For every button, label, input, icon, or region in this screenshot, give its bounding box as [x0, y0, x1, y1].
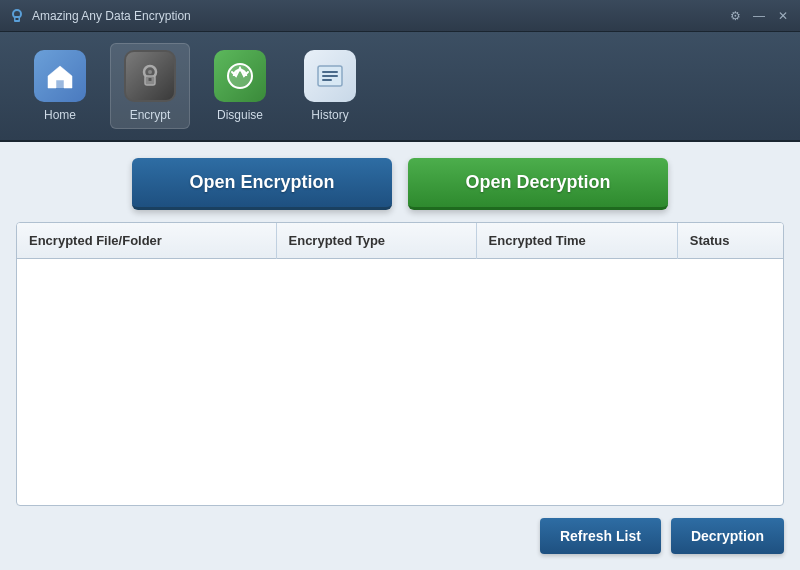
title-bar: Amazing Any Data Encryption ⚙ — ✕	[0, 0, 800, 32]
svg-rect-10	[322, 71, 338, 73]
table-col-header: Encrypted Time	[476, 223, 677, 259]
table-col-header: Encrypted File/Folder	[17, 223, 276, 259]
minimize-button[interactable]: —	[750, 7, 768, 25]
disguise-label: Disguise	[217, 108, 263, 122]
open-encryption-button[interactable]: Open Encryption	[132, 158, 392, 210]
table-header-row: Encrypted File/FolderEncrypted TypeEncry…	[17, 223, 783, 259]
toolbar-item-home[interactable]: Home	[20, 44, 100, 128]
toolbar: Home Encrypt Disguise	[0, 32, 800, 142]
svg-rect-3	[56, 80, 64, 88]
decryption-button[interactable]: Decryption	[671, 518, 784, 554]
action-buttons-row: Open Encryption Open Decryption	[16, 158, 784, 210]
toolbar-item-encrypt[interactable]: Encrypt	[110, 43, 190, 129]
footer-row: Refresh List Decryption	[16, 518, 784, 554]
home-label: Home	[44, 108, 76, 122]
history-label: History	[311, 108, 348, 122]
svg-rect-7	[149, 78, 152, 81]
window-title: Amazing Any Data Encryption	[32, 9, 726, 23]
data-table: Encrypted File/FolderEncrypted TypeEncry…	[17, 223, 783, 259]
table-col-header: Status	[677, 223, 783, 259]
svg-rect-12	[322, 79, 332, 81]
disguise-icon	[214, 50, 266, 102]
table-col-header: Encrypted Type	[276, 223, 476, 259]
close-button[interactable]: ✕	[774, 7, 792, 25]
open-decryption-button[interactable]: Open Decryption	[408, 158, 668, 210]
app-icon	[8, 7, 26, 25]
settings-button[interactable]: ⚙	[726, 7, 744, 25]
main-content: Open Encryption Open Decryption Encrypte…	[0, 142, 800, 570]
encrypt-icon	[124, 50, 176, 102]
toolbar-item-history[interactable]: History	[290, 44, 370, 128]
svg-point-5	[148, 70, 152, 74]
refresh-list-button[interactable]: Refresh List	[540, 518, 661, 554]
svg-rect-2	[16, 18, 19, 20]
svg-rect-11	[322, 75, 338, 77]
history-icon	[304, 50, 356, 102]
home-icon	[34, 50, 86, 102]
toolbar-item-disguise[interactable]: Disguise	[200, 44, 280, 128]
window-controls: ⚙ — ✕	[726, 7, 792, 25]
encrypt-label: Encrypt	[130, 108, 171, 122]
encrypted-files-table: Encrypted File/FolderEncrypted TypeEncry…	[16, 222, 784, 506]
